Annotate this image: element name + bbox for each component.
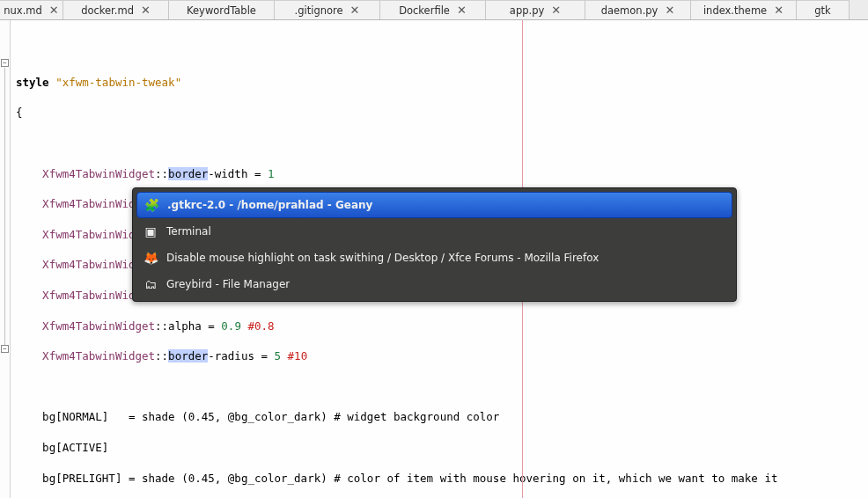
switcher-item-label: Terminal [166, 225, 211, 238]
switcher-item-label: Disable mouse highlight on task swithing… [166, 252, 599, 264]
tab-label: Dockerfile [399, 4, 450, 17]
code-line: bg[NORMAL] = shade (0.45, @bg_color_dark… [42, 410, 499, 423]
search-highlight: border [168, 167, 208, 180]
fold-guide [4, 68, 5, 349]
tab-label: gtk [814, 4, 830, 17]
code-number: 5 [275, 349, 282, 363]
close-icon[interactable]: ✕ [350, 4, 360, 16]
switcher-item-label: Greybird - File Manager [166, 278, 290, 290]
brace: { [16, 105, 863, 120]
code-sep: :: [155, 349, 168, 363]
tab-index-theme[interactable]: index.theme ✕ [691, 0, 797, 19]
fold-toggle-icon[interactable]: − [1, 345, 9, 353]
tab-docker[interactable]: docker.md ✕ [63, 0, 169, 19]
code-line: bg[ACTIVE] [42, 441, 108, 454]
close-icon[interactable]: ✕ [141, 4, 151, 16]
code-line: bg[PRELIGHT] = shade (0.45, @bg_color_da… [42, 472, 777, 485]
tab-label: nux.md [4, 4, 42, 17]
editor-tab-bar: nux.md ✕ docker.md ✕ KeywordTable .gitig… [0, 0, 868, 20]
close-icon[interactable]: ✕ [49, 4, 59, 16]
tab-label: KeywordTable [187, 4, 256, 17]
code-number: 0.9 [221, 319, 241, 333]
search-highlight: border [168, 349, 208, 363]
code-text: -width = [208, 167, 268, 180]
code-number: 1 [268, 167, 275, 180]
close-icon[interactable]: ✕ [665, 4, 674, 16]
tab-label: .gitignore [295, 4, 343, 17]
tab-app-py[interactable]: app.py ✕ [486, 0, 585, 19]
switcher-item-geany[interactable]: 🧩 .gtkrc-2.0 - /home/prahlad - Geany [136, 192, 732, 218]
tab-nux[interactable]: nux.md ✕ [0, 0, 63, 19]
code-ident: Xfwm4TabwinWidget [42, 319, 155, 333]
code-text: alpha = [168, 319, 221, 333]
tab-label: daemon.py [601, 4, 658, 17]
fold-gutter: − − [0, 20, 11, 498]
close-icon[interactable]: ✕ [551, 4, 561, 16]
code-ident: Xfwm4TabwinWidget [42, 167, 155, 180]
fold-toggle-icon[interactable]: − [1, 59, 9, 67]
tab-label: app.py [510, 4, 544, 17]
tab-keywordtable[interactable]: KeywordTable [169, 0, 275, 19]
switcher-item-file-manager[interactable]: 🗂 Greybird - File Manager [136, 271, 732, 297]
firefox-app-icon: 🦊 [143, 251, 158, 265]
close-icon[interactable]: ✕ [774, 4, 783, 16]
code-comment: #10 [281, 349, 307, 363]
tab-dockerfile[interactable]: Dockerfile ✕ [380, 0, 486, 19]
tab-gtk[interactable]: gtk [797, 0, 850, 19]
keyword-style: style [16, 76, 49, 89]
switcher-item-firefox[interactable]: 🦊 Disable mouse highlight on task swithi… [136, 245, 732, 271]
task-switcher-popup: 🧩 .gtkrc-2.0 - /home/prahlad - Geany ▣ T… [132, 187, 737, 302]
tab-label: docker.md [81, 4, 134, 17]
switcher-item-label: .gtkrc-2.0 - /home/prahlad - Geany [167, 199, 372, 211]
geany-app-icon: 🧩 [144, 198, 158, 212]
switcher-item-terminal[interactable]: ▣ Terminal [136, 218, 732, 245]
tab-gitignore[interactable]: .gitignore ✕ [275, 0, 380, 19]
code-sep: :: [155, 319, 168, 333]
tab-label: index.theme [703, 4, 767, 17]
file-manager-app-icon: 🗂 [143, 277, 158, 291]
code-ident: Xfwm4TabwinWidget [42, 349, 155, 363]
terminal-app-icon: ▣ [143, 224, 158, 238]
code-sep: :: [155, 167, 168, 180]
close-icon[interactable]: ✕ [457, 4, 467, 16]
string-literal: "xfwm-tabwin-tweak" [55, 76, 181, 89]
tab-daemon-py[interactable]: daemon.py ✕ [585, 0, 691, 19]
code-text: -radius = [208, 349, 274, 363]
code-comment: #0.8 [241, 319, 275, 333]
